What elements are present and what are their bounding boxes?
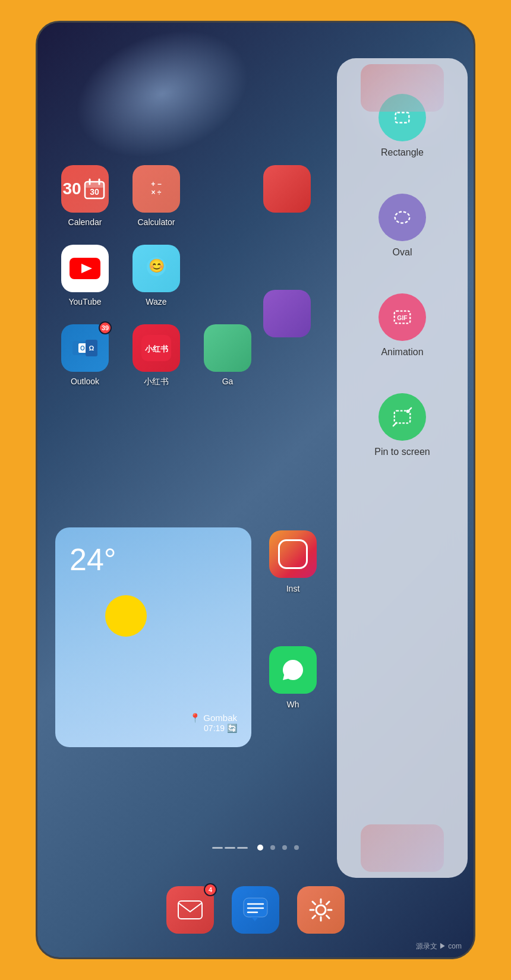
rectangle-label: Rectangle: [381, 147, 424, 158]
app-whatsapp-partial: [269, 646, 317, 694]
dock-messages[interactable]: [232, 886, 279, 934]
outlook-label: Outlook: [71, 377, 99, 386]
dock-settings[interactable]: [297, 886, 345, 934]
app-waze[interactable]: 😊 Waze: [127, 245, 186, 306]
page-dot-4[interactable]: [294, 845, 299, 850]
svg-rect-26: [396, 112, 409, 122]
oval-label: Oval: [393, 247, 412, 258]
oval-menu-icon: [378, 194, 426, 241]
youtube-icon: [61, 245, 109, 292]
app-partial-ga[interactable]: Ga: [198, 324, 257, 387]
animation-menu-icon: GIF: [378, 293, 426, 341]
outlook-badge: 39: [99, 321, 112, 334]
calculator-icon: + − × ÷: [133, 165, 180, 213]
xiaohongshu-icon: 小红书: [133, 324, 180, 372]
calculator-label: Calculator: [137, 217, 175, 227]
ga-label: Ga: [222, 377, 234, 386]
instagram-label-partial: Inst: [269, 584, 317, 593]
weather-location: 📍 Gombak: [70, 713, 237, 723]
app-youtube[interactable]: YouTube: [55, 245, 115, 306]
weather-temperature: 24°: [70, 542, 237, 577]
animation-label: Animation: [381, 347, 423, 358]
app-calculator[interactable]: + − × ÷ Calculator: [127, 165, 186, 227]
page-dot-2[interactable]: [270, 845, 275, 850]
phone-frame: 30 Calendar + − × ÷ Calculator: [36, 21, 475, 959]
dock: 4: [166, 886, 345, 934]
calendar-icon: 30: [61, 165, 109, 213]
app-outlook[interactable]: 39 O Ω Outlook: [55, 324, 115, 387]
menu-item-animation[interactable]: GIF Animation: [378, 293, 426, 358]
svg-point-27: [395, 212, 410, 223]
svg-text:GIF: GIF: [397, 315, 407, 321]
svg-text:Ω: Ω: [89, 344, 94, 352]
waze-icon: 😊: [133, 245, 180, 292]
ga-icon: [204, 324, 251, 372]
calendar-label: Calendar: [68, 217, 102, 227]
app-calendar[interactable]: 30 Calendar: [55, 165, 115, 227]
svg-text:30: 30: [90, 187, 99, 197]
menu-item-oval[interactable]: Oval: [378, 194, 426, 258]
location-pin-icon: 📍: [190, 713, 201, 723]
xiaohongshu-label: 小红书: [144, 377, 169, 387]
svg-point-25: [316, 905, 326, 915]
svg-rect-18: [178, 901, 202, 919]
svg-text:O: O: [80, 345, 85, 352]
app-partial-top: [263, 165, 311, 213]
screen-content: 30 Calendar + − × ÷ Calculator: [37, 23, 474, 957]
menu-item-rectangle[interactable]: Rectangle: [378, 94, 426, 158]
app-xiaohongshu[interactable]: 小红书 小红书: [127, 324, 186, 387]
whatsapp-label-partial: Wh: [269, 700, 317, 709]
rectangle-menu-icon: [378, 94, 426, 141]
svg-text:😊: 😊: [149, 258, 165, 274]
svg-text:×  ÷: × ÷: [152, 188, 162, 197]
page-dot-1-active[interactable]: [257, 845, 263, 851]
menu-item-pin-to-screen[interactable]: Pin to screen: [374, 393, 430, 457]
mail-badge: 4: [204, 883, 217, 896]
weather-widget: 24° 📍 Gombak 07:19 🔄: [55, 527, 251, 747]
svg-text:小红书: 小红书: [144, 344, 168, 353]
sun-icon: [105, 595, 147, 637]
weather-time: 07:19 🔄: [70, 723, 237, 733]
popup-menu: Rectangle Oval GIF Ani: [337, 58, 468, 878]
svg-text:+  −: + −: [151, 180, 161, 188]
svg-point-33: [406, 410, 410, 413]
svg-marker-24: [251, 917, 258, 921]
dock-mail[interactable]: 4: [166, 886, 214, 934]
page-indicators: [212, 845, 299, 851]
outlook-icon: 39 O Ω: [61, 324, 109, 372]
youtube-label: YouTube: [68, 297, 101, 306]
app-partial-mid: [263, 290, 311, 337]
pin-label: Pin to screen: [374, 447, 430, 457]
pin-menu-icon: [378, 393, 426, 441]
app-instagram-partial: [269, 530, 317, 578]
refresh-icon: 🔄: [227, 723, 237, 733]
watermark: 源录文 ▶ com: [416, 941, 462, 951]
waze-label: Waze: [146, 297, 166, 306]
page-dot-3[interactable]: [282, 845, 287, 850]
list-view-indicator: [212, 847, 248, 849]
